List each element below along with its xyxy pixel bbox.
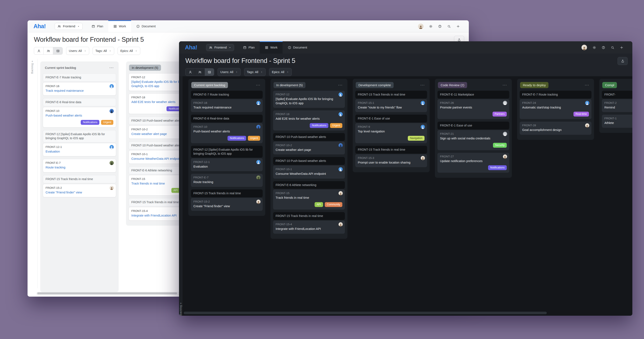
user-avatar[interactable] (582, 45, 587, 50)
card-title[interactable]: Push-based weather alerts (194, 130, 260, 134)
aha-logo[interactable]: Aha! (34, 23, 46, 30)
card-title[interactable]: [Spike] Evaluate Apollo iOS lib for brin… (276, 97, 342, 105)
workspace-selector[interactable]: Frontend (206, 44, 234, 51)
share-button[interactable] (618, 57, 628, 65)
filter-dropdown-tags[interactable]: Tags: All (92, 47, 114, 55)
card-group-header[interactable]: FRONT-12 [Spike] Evaluate Apollo iOS lib… (191, 146, 263, 158)
tab-plan[interactable]: Plan (86, 20, 108, 32)
card-title[interactable]: Create weather alert page (276, 148, 342, 152)
tab-document[interactable]: Document (131, 20, 161, 32)
help-icon[interactable] (438, 24, 442, 28)
card-title[interactable]: Evaluation (46, 150, 113, 154)
card-group-header[interactable]: FRONT-E-7 Route tracking (191, 91, 263, 98)
column-menu-button[interactable]: ··· (255, 83, 262, 87)
help-icon[interactable] (602, 46, 605, 49)
card-group-header[interactable]: FRONT-10 Push-based weather alerts (273, 157, 345, 165)
work-item-card[interactable]: FRONT-E-7Route tracking (191, 174, 263, 187)
card-group-header[interactable]: FRONT-15 Track friends in real time (355, 91, 427, 98)
work-item-card[interactable]: FRONT-E-7Route tracking (43, 159, 116, 172)
view-individuals-button[interactable] (186, 68, 195, 76)
horizontal-scrollbar-thumb[interactable] (184, 312, 547, 314)
card-group-header[interactable]: FRONT-15 Track friends in real time (273, 212, 345, 220)
view-individuals-button[interactable] (34, 47, 44, 54)
backlog-label[interactable]: Backlog » (30, 60, 34, 74)
filter-dropdown-epics[interactable]: Epics: All (269, 68, 292, 76)
work-item-card[interactable]: FRONT-24Automatic start/stop trackingRea… (520, 99, 592, 119)
gear-icon[interactable] (592, 46, 596, 49)
card-title[interactable]: Goal accomplishment design (522, 128, 589, 132)
card-title[interactable]: Add E2E tests for weather alerts (276, 117, 342, 121)
search-icon[interactable] (447, 24, 451, 28)
tab-work[interactable]: Work (260, 41, 282, 54)
work-item-card[interactable]: FRONT-12-1Evaluation (43, 143, 116, 156)
filter-dropdown-users[interactable]: Users: All (218, 68, 241, 76)
plus-icon[interactable] (456, 24, 460, 28)
work-item-card[interactable]: FRONT-15-2Create "Friend finder" view (43, 184, 116, 198)
work-item-card[interactable]: FRONT-12-1Evaluation (191, 158, 263, 172)
card-group-header[interactable]: FRONT-10 Push-based weather alerts (273, 133, 345, 141)
card-title[interactable]: Promote partner events (440, 106, 507, 110)
work-item-card[interactable]: FRONT-15-2Create "Friend finder" view (191, 198, 263, 211)
card-group-header[interactable]: FRONT-15 Track friends in real time (43, 175, 116, 183)
tab-document[interactable]: Document (282, 41, 312, 54)
column-menu-button[interactable]: ··· (419, 83, 426, 87)
card-group-header[interactable]: FRONT-15 Track friends in real time (191, 190, 263, 197)
card-title[interactable]: Create "Friend finder" view (46, 190, 113, 195)
search-icon[interactable] (611, 46, 614, 49)
card-group-header[interactable]: FRONT-E-6 Athlete networking (273, 181, 345, 189)
filter-dropdown-epics[interactable]: Epics: All (118, 47, 140, 55)
card-title[interactable]: Track required maintenance (194, 106, 260, 110)
horizontal-scrollbar-thumb[interactable] (37, 292, 177, 294)
backlog-collapsed-panel[interactable]: Backlog » (179, 76, 182, 316)
aha-logo[interactable]: Aha! (185, 44, 197, 51)
card-group-header[interactable]: FRONT-E-1 Ease of use (355, 114, 427, 122)
card-title[interactable]: Track required maintenance (46, 89, 113, 93)
card-title[interactable]: Consume WeatherData API endpoint (276, 172, 342, 176)
card-group-header[interactable]: FRONT-12 [Spike] Evaluate Apollo iOS lib… (43, 130, 116, 142)
work-item-card[interactable]: FRONT-27Update notification preferencesN… (438, 153, 509, 173)
work-item-card[interactable]: FRONT-26Promote partner eventsPartners (438, 99, 509, 119)
card-title[interactable]: Route tracking (194, 180, 260, 184)
card-title[interactable]: Create "route to my friends" flow (358, 106, 424, 110)
card-title[interactable]: Sign up with social media credentials (440, 136, 507, 141)
card-group-header[interactable]: FRONT-E-11 Marketplace (438, 91, 509, 98)
workspace-selector[interactable]: Frontend (55, 23, 82, 30)
column-menu-button[interactable]: ··· (584, 83, 590, 87)
work-item-card[interactable]: FRONT-2Remind (602, 99, 632, 112)
card-group-header[interactable]: FRONT-E-7 Route tracking (43, 73, 116, 82)
card-title[interactable]: Automatic start/stop tracking (522, 106, 589, 110)
work-item-card[interactable]: FRONT-15-3Prompt user to enable location… (355, 154, 427, 168)
work-item-card[interactable]: FRONT-10Push-based weather alertsNotific… (43, 107, 116, 128)
view-team-button[interactable] (195, 68, 204, 76)
work-item-card[interactable]: FRONT-9Top level navigationNavigation (355, 123, 427, 143)
work-item-card[interactable]: FRONT-12[Spike] Evaluate Apollo iOS lib … (273, 91, 345, 108)
card-title[interactable]: Integrate with FriendLocation API (276, 227, 342, 231)
work-item-card[interactable]: FRONT-16Track required maintenance (191, 99, 263, 112)
view-board-button[interactable] (204, 68, 214, 76)
card-group-header[interactable]: FRONT-15 Track friends in real time (355, 146, 427, 154)
column-menu-button[interactable]: ··· (502, 83, 508, 87)
work-item-card[interactable]: FRONT-16Track required maintenance (43, 82, 116, 96)
view-team-button[interactable] (44, 47, 53, 54)
filter-dropdown-users[interactable]: Users: All (66, 47, 89, 55)
column-menu-button[interactable]: ··· (337, 83, 344, 87)
card-group-header[interactable]: FRONT- (602, 91, 632, 98)
work-item-card[interactable]: FRONT-15Track friends in real timeAPICom… (273, 190, 345, 210)
card-title[interactable]: Athlete (604, 121, 632, 125)
work-item-card[interactable]: FRONT-18Add E2E tests for weather alerts… (273, 110, 345, 130)
work-item-card[interactable]: FRONT-15-1Create "route to my friends" f… (355, 99, 427, 112)
work-item-card[interactable]: FRONT-10-1Consume WeatherData API endpoi… (273, 166, 345, 178)
card-group-header[interactable]: FRONT-E-8 Real-time data (43, 98, 116, 106)
card-title[interactable]: Push-based weather alerts (46, 114, 113, 118)
filter-dropdown-tags[interactable]: Tags: All (244, 68, 266, 76)
gear-icon[interactable] (429, 24, 432, 28)
column-menu-button[interactable]: ··· (108, 66, 115, 70)
card-group-header[interactable]: FRONT-E-1 Ease of use (438, 122, 509, 130)
card-title[interactable]: Evaluation (194, 165, 260, 169)
work-item-card[interactable]: FRONT-15-4Integrate with FriendLocation … (273, 220, 345, 234)
card-title[interactable]: Remind (604, 106, 632, 110)
card-title[interactable]: Prompt user to enable location sharing (358, 160, 424, 165)
card-group-header[interactable]: FRONT-E-8 Real-time data (191, 114, 263, 122)
work-item-card[interactable]: FRONT-10-2Create weather alert page (273, 142, 345, 155)
work-item-card[interactable]: FRONT-21Sign up with social media creden… (438, 130, 509, 150)
